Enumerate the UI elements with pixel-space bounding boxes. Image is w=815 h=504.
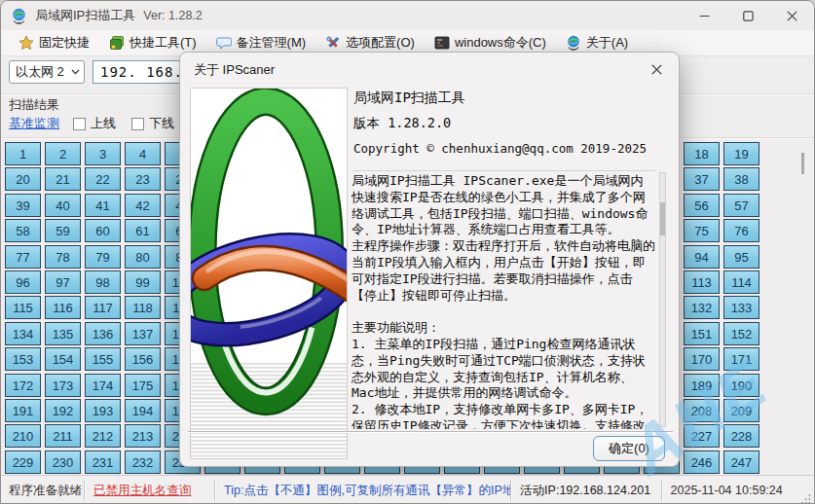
menu-item-pinned-shortcuts[interactable]: 固定快捷 xyxy=(9,31,99,54)
ip-cell[interactable]: 209 xyxy=(723,399,759,422)
ip-cell[interactable]: 135 xyxy=(45,322,81,345)
ip-cell[interactable]: 153 xyxy=(5,347,41,371)
ip-cell[interactable]: 174 xyxy=(85,374,121,397)
ip-cell[interactable]: 57 xyxy=(723,194,759,217)
ip-cell[interactable]: 154 xyxy=(45,347,81,371)
ip-cell[interactable]: 134 xyxy=(5,322,41,345)
ip-cell[interactable]: 155 xyxy=(85,347,121,371)
ip-cell[interactable]: 152 xyxy=(723,322,759,345)
menu-label: 关于(A) xyxy=(586,34,628,52)
ip-cell[interactable]: 137 xyxy=(125,322,161,345)
ip-cell[interactable]: 210 xyxy=(5,424,41,448)
about-dialog: 关于 IPScaner xyxy=(179,52,680,467)
ip-cell[interactable]: 191 xyxy=(5,399,41,422)
ip-cell[interactable]: 58 xyxy=(5,219,41,242)
ip-cell[interactable]: 37 xyxy=(684,167,720,191)
ip-cell[interactable]: 18 xyxy=(684,142,720,165)
ip-cell[interactable]: 228 xyxy=(723,424,759,448)
ip-cell[interactable]: 232 xyxy=(125,450,161,474)
ip-cell[interactable]: 194 xyxy=(125,399,161,422)
ip-cell[interactable]: 208 xyxy=(684,399,720,422)
ip-cell[interactable]: 172 xyxy=(5,374,41,397)
ip-cell[interactable]: 20 xyxy=(5,167,41,191)
ip-cell[interactable]: 170 xyxy=(684,347,720,371)
ip-cell[interactable]: 60 xyxy=(85,219,121,242)
offline-checkbox-group[interactable]: 下线 xyxy=(131,115,174,132)
ip-cell[interactable]: 56 xyxy=(684,194,720,217)
ip-cell[interactable]: 136 xyxy=(85,322,121,345)
ip-cell[interactable]: 115 xyxy=(5,296,41,319)
ip-cell[interactable]: 229 xyxy=(5,450,41,474)
ip-cell[interactable]: 38 xyxy=(723,167,759,191)
ip-cell[interactable]: 4 xyxy=(125,142,161,165)
ip-cell[interactable]: 114 xyxy=(723,270,759,294)
ip-cell[interactable]: 97 xyxy=(45,270,81,294)
close-button[interactable] xyxy=(770,1,814,30)
ip-cell[interactable]: 133 xyxy=(723,296,759,319)
ip-cell[interactable]: 117 xyxy=(85,296,121,319)
ip-cell[interactable]: 212 xyxy=(85,424,121,448)
ip-cell[interactable]: 193 xyxy=(85,399,121,422)
ip-cell[interactable]: 227 xyxy=(684,424,720,448)
ip-cell[interactable]: 211 xyxy=(45,424,81,448)
ip-cell[interactable]: 171 xyxy=(723,347,759,371)
ip-cell[interactable]: 23 xyxy=(125,167,161,191)
scrollbar-thumb[interactable] xyxy=(801,153,804,174)
ip-cell[interactable]: 113 xyxy=(684,270,720,294)
ip-cell[interactable]: 80 xyxy=(125,245,161,269)
menu-label: windows命令(C) xyxy=(455,34,546,52)
minimize-button[interactable] xyxy=(683,1,726,30)
ip-cell[interactable]: 94 xyxy=(684,245,720,269)
resize-grip-icon[interactable] xyxy=(800,493,811,504)
ip-cell[interactable]: 59 xyxy=(45,219,81,242)
ip-cell[interactable]: 98 xyxy=(85,270,121,294)
ip-cell[interactable]: 21 xyxy=(45,167,81,191)
ip-cell[interactable]: 246 xyxy=(684,450,720,474)
ip-cell[interactable]: 213 xyxy=(125,424,161,448)
ip-cell[interactable]: 175 xyxy=(125,374,161,397)
offline-checkbox[interactable] xyxy=(131,118,144,130)
dialog-scrollbar-thumb[interactable] xyxy=(660,202,665,235)
ip-cell[interactable]: 75 xyxy=(684,219,720,242)
ip-cell[interactable]: 79 xyxy=(85,245,121,269)
ip-cell[interactable]: 95 xyxy=(723,245,759,269)
wrench-icon xyxy=(325,35,341,51)
ip-cell[interactable]: 2 xyxy=(45,142,81,165)
ip-cell[interactable]: 151 xyxy=(684,322,720,345)
ip-cell[interactable]: 118 xyxy=(125,296,161,319)
ip-cell[interactable]: 230 xyxy=(45,450,81,474)
ip-cell[interactable]: 42 xyxy=(125,194,161,217)
dialog-scrollbar[interactable] xyxy=(659,172,666,427)
ip-cell[interactable]: 247 xyxy=(723,450,759,474)
ip-cell[interactable]: 41 xyxy=(85,194,121,217)
baseline-monitor-link[interactable]: 基准监测 xyxy=(9,115,59,132)
ip-cell[interactable]: 39 xyxy=(5,194,41,217)
ip-cell[interactable]: 76 xyxy=(723,219,759,242)
ip-cell[interactable]: 96 xyxy=(5,270,41,294)
ip-cell[interactable]: 77 xyxy=(5,245,41,269)
ip-cell[interactable]: 132 xyxy=(684,296,720,319)
ip-cell[interactable]: 40 xyxy=(45,194,81,217)
ip-cell[interactable]: 192 xyxy=(45,399,81,422)
ip-cell[interactable]: 99 xyxy=(125,270,161,294)
ip-cell[interactable]: 173 xyxy=(45,374,81,397)
maximize-button[interactable] xyxy=(726,1,770,30)
ip-cell[interactable]: 116 xyxy=(45,296,81,319)
adapter-dropdown[interactable]: 以太网 2 xyxy=(9,60,85,84)
online-checkbox-group[interactable]: 上线 xyxy=(73,115,116,132)
ip-cell[interactable]: 61 xyxy=(125,219,161,242)
online-checkbox[interactable] xyxy=(73,118,86,130)
ip-cell[interactable]: 78 xyxy=(45,245,81,269)
status-hostname-disabled[interactable]: 已禁用主机名查询 xyxy=(86,483,214,499)
ip-cell[interactable]: 189 xyxy=(684,374,720,397)
dialog-title: 关于 IPScaner xyxy=(194,61,275,79)
ip-cell[interactable]: 22 xyxy=(85,167,121,191)
ip-cell[interactable]: 156 xyxy=(125,347,161,371)
ip-cell[interactable]: 231 xyxy=(85,450,121,474)
ip-cell[interactable]: 1 xyxy=(5,142,41,165)
ok-button[interactable]: 确定(0) xyxy=(593,436,665,461)
dialog-close-button[interactable] xyxy=(642,57,671,81)
ip-cell[interactable]: 3 xyxy=(85,142,121,165)
ip-cell[interactable]: 19 xyxy=(723,142,759,165)
ip-cell[interactable]: 190 xyxy=(723,374,759,397)
